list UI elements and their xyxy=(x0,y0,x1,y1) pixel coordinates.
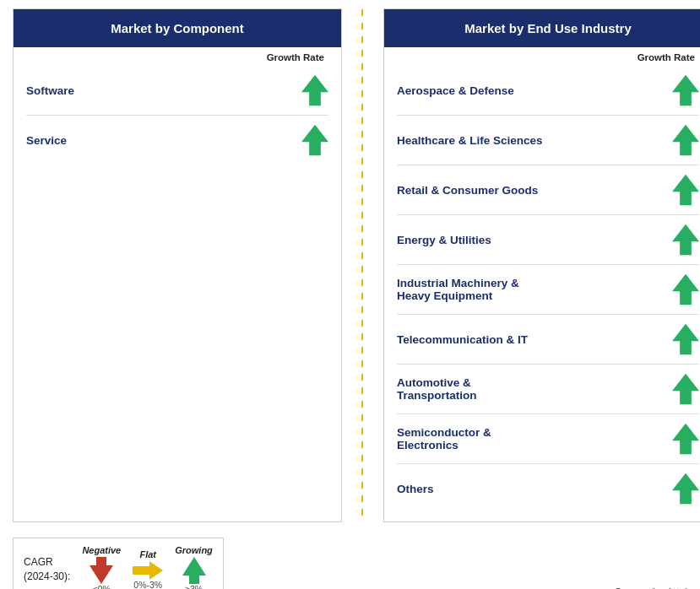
green-up-arrow-icon xyxy=(672,224,699,256)
table-row: Aerospace & Defense xyxy=(397,66,699,116)
main-container: Market by Component Growth Rate Software… xyxy=(0,0,700,531)
legend-growing-range: >3% xyxy=(185,584,203,589)
market-label: Software xyxy=(26,84,301,97)
svg-marker-9 xyxy=(672,424,699,455)
market-label: Healthcare & Life Sciences xyxy=(397,134,672,147)
legend-flat-range: 0%-3% xyxy=(133,580,162,589)
cagr-label: CAGR (2024-30): xyxy=(24,555,70,584)
table-row: Service xyxy=(26,116,328,165)
footer-row: CAGR (2024-30): Negative <0% Flat 0%-3% … xyxy=(0,531,700,589)
table-row: Retail & Consumer Goods xyxy=(397,165,699,215)
green-up-arrow-icon xyxy=(182,557,206,584)
legend-negative-range: <0% xyxy=(93,584,111,589)
market-label: Energy & Utilities xyxy=(397,234,672,246)
table-row: Telecommunication & IT xyxy=(397,315,699,365)
green-up-arrow-icon xyxy=(672,373,699,405)
green-up-arrow-icon xyxy=(672,423,699,455)
market-label: Industrial Machinery & Heavy Equipment xyxy=(397,277,672,302)
right-growth-rate-label: Growth Rate xyxy=(397,47,699,66)
market-label: Others xyxy=(397,483,672,495)
dashed-line xyxy=(361,9,363,521)
left-panel: Market by Component Growth Rate Software… xyxy=(13,8,342,522)
legend-flat: Flat 0%-3% xyxy=(133,549,163,589)
green-up-arrow-icon xyxy=(672,74,699,106)
legend-negative: Negative <0% xyxy=(82,545,121,589)
green-up-arrow-icon xyxy=(301,124,328,156)
market-label: Semiconductor & Electronics xyxy=(397,426,672,451)
table-row: Industrial Machinery & Heavy Equipment xyxy=(397,265,699,315)
market-label: Automotive & Transportation xyxy=(397,376,672,402)
right-panel-header: Market by End Use Industry xyxy=(384,9,700,47)
orange-right-arrow-icon xyxy=(133,561,163,580)
svg-marker-8 xyxy=(672,374,699,405)
market-label: Aerospace & Defense xyxy=(397,84,672,97)
left-growth-rate-label: Growth Rate xyxy=(26,47,328,66)
svg-marker-6 xyxy=(672,274,699,305)
legend-growing-label: Growing xyxy=(175,545,213,555)
left-items-container: SoftwareService xyxy=(26,66,328,165)
svg-marker-2 xyxy=(672,75,699,106)
table-row: Others xyxy=(397,464,699,513)
table-row: Healthcare & Life Sciences xyxy=(397,116,699,165)
right-panel-title: Market by End Use Industry xyxy=(464,21,632,35)
green-up-arrow-icon xyxy=(672,473,699,505)
svg-marker-10 xyxy=(672,473,699,505)
table-row: Software xyxy=(26,66,328,116)
svg-marker-4 xyxy=(672,175,699,206)
svg-marker-12 xyxy=(133,561,163,580)
green-up-arrow-icon xyxy=(672,174,699,206)
table-row: Semiconductor & Electronics xyxy=(397,414,699,464)
red-down-arrow-icon xyxy=(90,557,113,584)
green-up-arrow-icon xyxy=(672,124,699,156)
table-row: Automotive & Transportation xyxy=(397,365,699,414)
market-label: Telecommunication & IT xyxy=(397,333,672,346)
legend-growing: Growing >3% xyxy=(175,545,213,589)
dashed-divider xyxy=(341,9,383,521)
left-panel-header: Market by Component xyxy=(14,9,341,47)
market-label: Service xyxy=(26,134,301,147)
right-panel: Market by End Use Industry Growth Rate A… xyxy=(383,8,700,522)
legend-flat-label: Flat xyxy=(139,549,156,559)
svg-marker-0 xyxy=(301,75,328,106)
left-panel-body: Growth Rate SoftwareService xyxy=(14,47,341,521)
green-up-arrow-icon xyxy=(672,273,699,305)
svg-marker-1 xyxy=(301,125,328,156)
svg-marker-3 xyxy=(672,125,699,156)
left-panel-title: Market by Component xyxy=(111,21,244,35)
legend-box: CAGR (2024-30): Negative <0% Flat 0%-3% … xyxy=(13,538,224,589)
svg-marker-5 xyxy=(672,224,699,256)
right-panel-body: Growth Rate Aerospace & DefenseHealthcar… xyxy=(384,47,700,521)
svg-marker-7 xyxy=(672,324,699,355)
table-row: Energy & Utilities xyxy=(397,215,699,265)
green-up-arrow-icon xyxy=(301,74,328,106)
svg-marker-13 xyxy=(182,557,206,584)
legend-negative-label: Negative xyxy=(82,545,121,555)
svg-marker-11 xyxy=(90,557,113,584)
market-label: Retail & Consumer Goods xyxy=(397,184,672,197)
right-items-container: Aerospace & DefenseHealthcare & Life Sci… xyxy=(397,66,699,513)
green-up-arrow-icon xyxy=(672,323,699,355)
